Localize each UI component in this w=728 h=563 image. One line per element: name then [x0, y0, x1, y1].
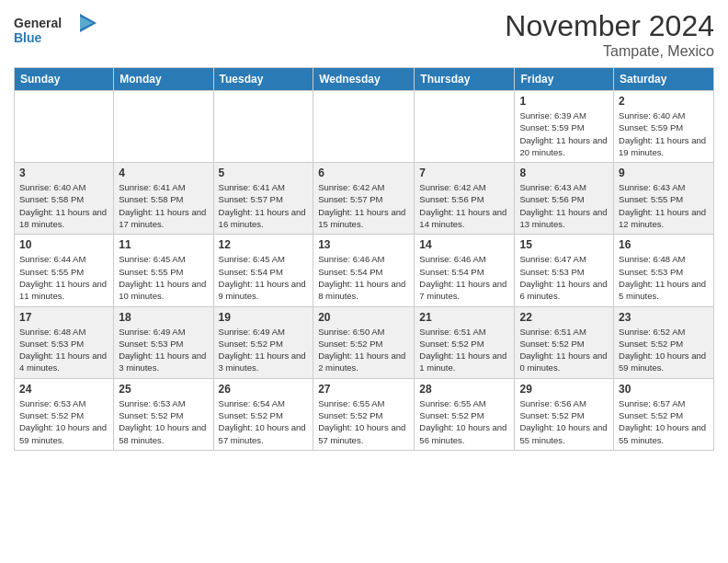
col-friday: Friday — [515, 68, 614, 91]
day-number: 9 — [619, 167, 709, 179]
calendar-cell-w1-d4 — [415, 91, 515, 163]
day-number: 14 — [419, 238, 509, 251]
calendar-cell-w5-d6: 30Sunrise: 6:57 AMSunset: 5:52 PMDayligh… — [614, 378, 714, 450]
day-number: 12 — [219, 238, 309, 251]
day-number: 17 — [19, 311, 108, 324]
calendar-cell-w4-d6: 23Sunrise: 6:52 AMSunset: 5:52 PMDayligh… — [614, 306, 714, 378]
calendar-cell-w3-d0: 10Sunrise: 6:44 AMSunset: 5:55 PMDayligh… — [15, 235, 114, 306]
calendar-cell-w4-d5: 22Sunrise: 6:51 AMSunset: 5:52 PMDayligh… — [515, 306, 614, 378]
calendar-cell-w5-d4: 28Sunrise: 6:55 AMSunset: 5:52 PMDayligh… — [415, 378, 515, 450]
week-row-4: 17Sunrise: 6:48 AMSunset: 5:53 PMDayligh… — [15, 306, 714, 378]
calendar: Sunday Monday Tuesday Wednesday Thursday… — [14, 67, 714, 451]
day-info: Sunrise: 6:42 AMSunset: 5:56 PMDaylight:… — [419, 181, 509, 230]
calendar-cell-w4-d3: 20Sunrise: 6:50 AMSunset: 5:52 PMDayligh… — [313, 306, 415, 378]
day-number: 21 — [419, 311, 509, 324]
day-info: Sunrise: 6:41 AMSunset: 5:57 PMDaylight:… — [219, 181, 309, 230]
day-number: 7 — [419, 167, 509, 179]
day-number: 8 — [519, 167, 609, 179]
day-info: Sunrise: 6:48 AMSunset: 5:53 PMDaylight:… — [619, 253, 709, 302]
col-tuesday: Tuesday — [213, 68, 313, 91]
calendar-cell-w4-d4: 21Sunrise: 6:51 AMSunset: 5:52 PMDayligh… — [415, 306, 515, 378]
day-info: Sunrise: 6:40 AMSunset: 5:59 PMDaylight:… — [619, 109, 709, 158]
week-row-3: 10Sunrise: 6:44 AMSunset: 5:55 PMDayligh… — [15, 235, 714, 306]
week-row-5: 24Sunrise: 6:53 AMSunset: 5:52 PMDayligh… — [15, 378, 714, 450]
day-info: Sunrise: 6:39 AMSunset: 5:59 PMDaylight:… — [519, 109, 609, 158]
day-number: 29 — [519, 383, 609, 396]
day-number: 25 — [119, 383, 208, 396]
day-number: 10 — [19, 238, 108, 251]
day-info: Sunrise: 6:46 AMSunset: 5:54 PMDaylight:… — [318, 253, 409, 302]
day-info: Sunrise: 6:41 AMSunset: 5:58 PMDaylight:… — [119, 181, 208, 230]
week-row-1: 1Sunrise: 6:39 AMSunset: 5:59 PMDaylight… — [15, 91, 714, 163]
day-info: Sunrise: 6:49 AMSunset: 5:53 PMDaylight:… — [119, 326, 208, 374]
calendar-body: 1Sunrise: 6:39 AMSunset: 5:59 PMDaylight… — [15, 91, 714, 451]
day-info: Sunrise: 6:42 AMSunset: 5:57 PMDaylight:… — [318, 181, 409, 230]
calendar-cell-w5-d2: 26Sunrise: 6:54 AMSunset: 5:52 PMDayligh… — [213, 378, 313, 450]
svg-text:Blue: Blue — [14, 30, 42, 45]
calendar-cell-w1-d6: 2Sunrise: 6:40 AMSunset: 5:59 PMDaylight… — [614, 91, 714, 163]
col-thursday: Thursday — [415, 68, 515, 91]
day-info: Sunrise: 6:45 AMSunset: 5:55 PMDaylight:… — [119, 253, 208, 302]
day-info: Sunrise: 6:40 AMSunset: 5:58 PMDaylight:… — [19, 181, 108, 230]
calendar-cell-w2-d1: 4Sunrise: 6:41 AMSunset: 5:58 PMDaylight… — [114, 163, 213, 235]
calendar-cell-w5-d3: 27Sunrise: 6:55 AMSunset: 5:52 PMDayligh… — [313, 378, 415, 450]
calendar-cell-w1-d2 — [213, 91, 313, 163]
logo-icon: General Blue — [14, 9, 101, 51]
location: Tampate, Mexico — [505, 43, 714, 60]
calendar-cell-w3-d1: 11Sunrise: 6:45 AMSunset: 5:55 PMDayligh… — [114, 235, 213, 306]
day-number: 13 — [318, 238, 409, 251]
day-number: 30 — [619, 383, 709, 396]
calendar-cell-w3-d2: 12Sunrise: 6:45 AMSunset: 5:54 PMDayligh… — [213, 235, 313, 306]
calendar-cell-w2-d5: 8Sunrise: 6:43 AMSunset: 5:56 PMDaylight… — [515, 163, 614, 235]
calendar-cell-w1-d0 — [15, 91, 114, 163]
day-info: Sunrise: 6:56 AMSunset: 5:52 PMDaylight:… — [519, 397, 609, 446]
col-wednesday: Wednesday — [313, 68, 415, 91]
day-info: Sunrise: 6:49 AMSunset: 5:52 PMDaylight:… — [219, 326, 309, 374]
day-info: Sunrise: 6:55 AMSunset: 5:52 PMDaylight:… — [419, 397, 509, 446]
day-number: 15 — [519, 238, 609, 251]
logo-text: General Blue — [14, 9, 101, 54]
day-info: Sunrise: 6:46 AMSunset: 5:54 PMDaylight:… — [419, 253, 509, 302]
calendar-cell-w4-d2: 19Sunrise: 6:49 AMSunset: 5:52 PMDayligh… — [213, 306, 313, 378]
calendar-cell-w5-d5: 29Sunrise: 6:56 AMSunset: 5:52 PMDayligh… — [515, 378, 614, 450]
calendar-cell-w1-d1 — [114, 91, 213, 163]
day-info: Sunrise: 6:43 AMSunset: 5:56 PMDaylight:… — [519, 181, 609, 230]
day-info: Sunrise: 6:53 AMSunset: 5:52 PMDaylight:… — [119, 397, 208, 446]
calendar-cell-w3-d3: 13Sunrise: 6:46 AMSunset: 5:54 PMDayligh… — [313, 235, 415, 306]
col-monday: Monday — [114, 68, 213, 91]
calendar-cell-w2-d2: 5Sunrise: 6:41 AMSunset: 5:57 PMDaylight… — [213, 163, 313, 235]
day-number: 16 — [619, 238, 709, 251]
week-row-2: 3Sunrise: 6:40 AMSunset: 5:58 PMDaylight… — [15, 163, 714, 235]
day-info: Sunrise: 6:47 AMSunset: 5:53 PMDaylight:… — [519, 253, 609, 302]
calendar-cell-w3-d6: 16Sunrise: 6:48 AMSunset: 5:53 PMDayligh… — [614, 235, 714, 306]
day-info: Sunrise: 6:48 AMSunset: 5:53 PMDaylight:… — [19, 326, 108, 374]
calendar-cell-w2-d6: 9Sunrise: 6:43 AMSunset: 5:55 PMDaylight… — [614, 163, 714, 235]
day-number: 2 — [619, 95, 709, 108]
day-number: 6 — [318, 167, 409, 179]
header: General Blue November 2024 Tampate, Mexi… — [14, 9, 714, 60]
day-number: 27 — [318, 383, 409, 396]
day-number: 28 — [419, 383, 509, 396]
calendar-cell-w1-d5: 1Sunrise: 6:39 AMSunset: 5:59 PMDaylight… — [515, 91, 614, 163]
month-title: November 2024 — [505, 9, 714, 43]
day-number: 22 — [519, 311, 609, 324]
day-number: 19 — [219, 311, 309, 324]
day-info: Sunrise: 6:45 AMSunset: 5:54 PMDaylight:… — [219, 253, 309, 302]
day-number: 3 — [19, 167, 108, 179]
calendar-header-row: Sunday Monday Tuesday Wednesday Thursday… — [15, 68, 714, 91]
logo: General Blue — [14, 9, 101, 54]
day-number: 23 — [619, 311, 709, 324]
day-info: Sunrise: 6:57 AMSunset: 5:52 PMDaylight:… — [619, 397, 709, 446]
day-info: Sunrise: 6:53 AMSunset: 5:52 PMDaylight:… — [19, 397, 108, 446]
day-info: Sunrise: 6:43 AMSunset: 5:55 PMDaylight:… — [619, 181, 709, 230]
svg-text:General: General — [14, 16, 62, 30]
title-area: November 2024 Tampate, Mexico — [505, 9, 714, 60]
day-number: 5 — [219, 167, 309, 179]
day-number: 11 — [119, 238, 208, 251]
day-info: Sunrise: 6:51 AMSunset: 5:52 PMDaylight:… — [419, 326, 509, 374]
calendar-cell-w4-d0: 17Sunrise: 6:48 AMSunset: 5:53 PMDayligh… — [15, 306, 114, 378]
calendar-cell-w3-d4: 14Sunrise: 6:46 AMSunset: 5:54 PMDayligh… — [415, 235, 515, 306]
day-info: Sunrise: 6:54 AMSunset: 5:52 PMDaylight:… — [219, 397, 309, 446]
col-sunday: Sunday — [15, 68, 114, 91]
day-number: 24 — [19, 383, 108, 396]
